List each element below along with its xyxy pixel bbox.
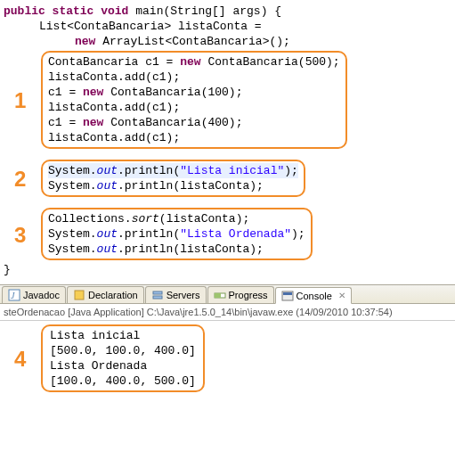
servers-icon <box>151 289 164 301</box>
progress-icon <box>214 289 226 301</box>
code-block-1: 1 ContaBancaria c1 = new ContaBancaria(5… <box>41 51 347 149</box>
console-icon <box>281 290 294 302</box>
code-line: List<ContaBancaria> listaConta = <box>4 19 455 34</box>
code-editor[interactable]: public static void main(String[] args) {… <box>0 0 455 284</box>
block-number: 2 <box>14 171 26 186</box>
tab-label: Servers <box>167 290 200 300</box>
console-output[interactable]: 4 Lista inicial [500.0, 100.0, 400.0] Li… <box>0 321 455 398</box>
svg-rect-3 <box>153 291 162 294</box>
svg-text:J: J <box>11 291 15 300</box>
svg-rect-4 <box>153 296 162 299</box>
code-line: } <box>4 262 455 277</box>
tab-label: Javadoc <box>23 290 60 300</box>
tab-label: Progress <box>229 290 268 300</box>
block-number: 3 <box>14 226 26 242</box>
console-process-info: steOrdenacao [Java Application] C:\Java\… <box>0 304 455 321</box>
svg-rect-8 <box>283 292 292 295</box>
tab-label: Console <box>297 291 332 301</box>
declaration-icon <box>73 289 85 301</box>
code-line: public static void main(String[] args) { <box>4 4 455 19</box>
block-number: 4 <box>14 351 26 366</box>
tab-progress[interactable]: Progress <box>207 286 274 303</box>
tab-label: Declaration <box>88 290 138 300</box>
tab-declaration[interactable]: Declaration <box>67 286 144 303</box>
tab-console[interactable]: Console ✕ <box>275 287 352 304</box>
javadoc-icon: J <box>8 289 20 301</box>
views-tabbar: J Javadoc Declaration Servers Progress C… <box>0 284 455 304</box>
code-block-2: 2 System.out.println("Lista inicial"); S… <box>41 160 305 197</box>
code-line: new ArrayList<ContaBancaria>(); <box>4 34 455 49</box>
svg-rect-2 <box>75 291 84 300</box>
output-block-4: 4 Lista inicial [500.0, 100.0, 400.0] Li… <box>41 324 205 392</box>
tab-javadoc[interactable]: J Javadoc <box>2 286 66 303</box>
close-icon[interactable]: ✕ <box>338 291 345 300</box>
code-block-3: 3 Collections.sort(listaConta); System.o… <box>41 208 313 260</box>
tab-servers[interactable]: Servers <box>145 286 207 303</box>
block-number: 1 <box>14 93 26 108</box>
svg-rect-6 <box>215 293 221 298</box>
